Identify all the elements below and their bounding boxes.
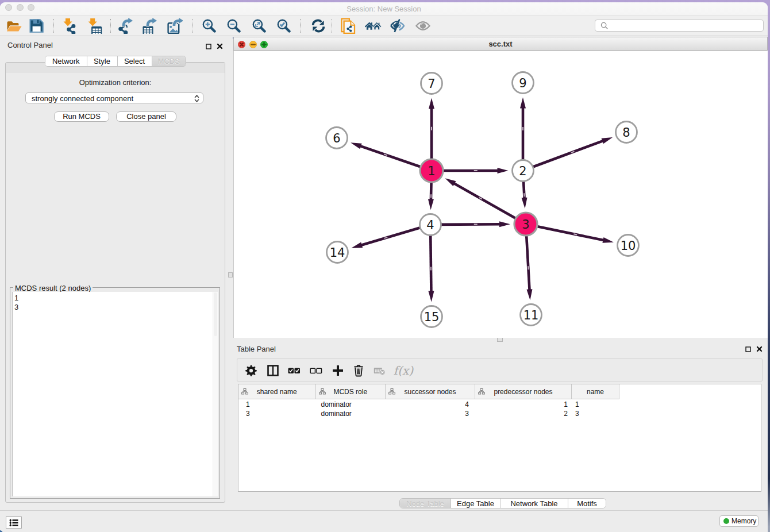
mcds-panel: Optimization criterion: strongly connect… [5, 62, 225, 503]
column-header-MCDS-role[interactable]: MCDS role [316, 384, 386, 399]
import-network-button[interactable] [61, 17, 79, 34]
zoom-fit-button[interactable] [251, 17, 268, 34]
table-row[interactable]: 1dominator411 [238, 399, 761, 408]
delete-column-button[interactable] [350, 362, 367, 379]
graph-node-1[interactable]: 1 [420, 159, 443, 182]
clone-network-button[interactable] [340, 17, 357, 34]
deselect-all-button[interactable] [307, 362, 325, 379]
vertical-splitter-handle[interactable] [228, 272, 233, 277]
table-cell: 3 [238, 408, 316, 418]
tab-style[interactable]: Style [87, 56, 118, 66]
node-label: 2 [519, 164, 526, 178]
graph-edge-arrowhead [498, 168, 509, 174]
tab-motifs[interactable]: Motifs [568, 499, 606, 508]
column-header-successor-nodes[interactable]: successor nodes [386, 384, 475, 399]
table-toolbar: f(x) [237, 358, 763, 381]
graph-node-4[interactable]: 4 [420, 214, 441, 236]
search-icon [600, 22, 609, 30]
result-scrollbar[interactable] [213, 292, 218, 496]
memory-button[interactable]: Memory [719, 515, 759, 527]
graph-edge-arrowhead [602, 137, 613, 144]
close-panel-button[interactable]: Close panel [116, 111, 176, 122]
show-details-button[interactable] [414, 17, 432, 34]
zoom-in-icon [202, 19, 216, 33]
zoom-out-button[interactable] [225, 17, 242, 34]
toolbar-separator [53, 19, 54, 33]
network-canvas[interactable]: 7 9 6 8 1 2 4 3 14 10 15 11 [233, 51, 768, 338]
network-window-titlebar[interactable]: scc.txt [233, 37, 768, 51]
scrollbar-thumb[interactable] [214, 292, 217, 336]
graph-node-11[interactable]: 11 [521, 304, 542, 326]
toolbar-separator [332, 19, 332, 33]
gear-button[interactable] [242, 362, 260, 379]
hide-details-button[interactable] [389, 17, 406, 34]
graph-node-14[interactable]: 14 [327, 242, 348, 263]
graph-node-7[interactable]: 7 [421, 73, 442, 94]
zoom-fit-icon [252, 19, 266, 33]
horizontal-splitter-handle[interactable] [497, 337, 503, 342]
optimization-criterion-select[interactable]: strongly connected component [25, 92, 203, 103]
hide-details-icon [390, 19, 405, 33]
table-row[interactable]: 3dominator323 [238, 408, 761, 418]
open-session-button[interactable] [6, 17, 23, 34]
first-neighbors-icon [365, 22, 382, 30]
mcds-result-group: MCDS result (2 nodes) 1 3 [10, 287, 220, 499]
tab-select[interactable]: Select [118, 56, 152, 66]
graph-edge-2-8[interactable] [523, 141, 603, 171]
export-network-button[interactable] [117, 17, 134, 34]
network-view-window: scc.txt 7 9 6 8 1 2 4 3 14 10 15 11 [233, 37, 768, 338]
split-view-button[interactable] [264, 362, 282, 379]
graph-node-15[interactable]: 15 [421, 306, 442, 327]
node-label: 14 [330, 246, 345, 260]
table-cell: 4 [386, 399, 475, 408]
graph-node-10[interactable]: 10 [618, 235, 639, 256]
tab-network[interactable]: Network [45, 56, 87, 66]
table-cell: 3 [572, 408, 619, 418]
graph-node-3[interactable]: 3 [514, 213, 537, 236]
float-panel-icon[interactable] [206, 44, 211, 49]
graph-node-9[interactable]: 9 [513, 72, 534, 94]
save-session-icon [29, 18, 45, 34]
gear-icon [245, 364, 257, 377]
tab-edge-table[interactable]: Edge Table [451, 499, 500, 508]
select-all-button[interactable] [286, 362, 303, 379]
table-cell: 2 [475, 408, 572, 418]
delete-table-button [371, 362, 388, 379]
function-icon: f(x) [394, 364, 413, 377]
node-label: 9 [519, 76, 526, 90]
search-input[interactable] [595, 20, 764, 32]
column-header-predecessor-nodes[interactable]: predecessor nodes [475, 384, 572, 399]
import-table-button[interactable] [87, 17, 104, 34]
tab-network-table[interactable]: Network Table [500, 499, 568, 508]
select-arrows-icon [194, 94, 199, 103]
export-image-button[interactable] [166, 17, 183, 34]
export-table-button[interactable] [141, 17, 158, 34]
titlebar: Session: New Session [0, 2, 768, 16]
save-session-button[interactable] [29, 17, 46, 34]
graph-edge-3-1[interactable] [453, 183, 526, 224]
graph-node-6[interactable]: 6 [326, 128, 348, 149]
float-table-panel-icon[interactable] [745, 346, 751, 352]
graph-node-2[interactable]: 2 [513, 160, 534, 182]
graph-node-8[interactable]: 8 [616, 122, 637, 143]
column-header-name[interactable]: name [572, 384, 619, 399]
close-panel-icon[interactable] [217, 43, 223, 49]
add-column-button[interactable] [329, 362, 346, 379]
column-header-shared-name[interactable]: shared name [238, 384, 316, 399]
zoom-selected-button[interactable] [275, 17, 292, 34]
run-mcds-button[interactable]: Run MCDS [54, 111, 109, 122]
zoom-in-button[interactable] [201, 17, 218, 34]
import-network-icon [62, 18, 78, 34]
zoom-out-icon [227, 19, 241, 33]
first-neighbors-button[interactable] [364, 17, 382, 34]
export-image-icon [167, 18, 183, 34]
tab-node-table[interactable]: Node Table [400, 499, 451, 508]
node-label: 11 [523, 309, 539, 322]
task-history-button[interactable] [6, 516, 22, 529]
mcds-result-text[interactable]: 1 3 [12, 292, 218, 496]
tab-mcds[interactable]: MCDS [152, 56, 186, 66]
toolbar-separator [110, 19, 111, 33]
close-table-panel-icon[interactable] [756, 346, 763, 352]
refresh-button[interactable] [310, 17, 327, 34]
refresh-icon [311, 19, 325, 33]
